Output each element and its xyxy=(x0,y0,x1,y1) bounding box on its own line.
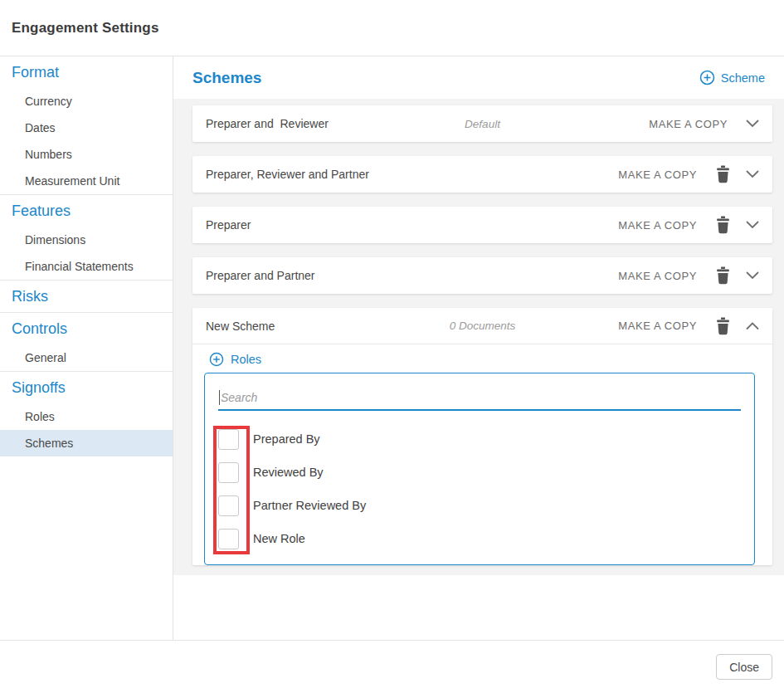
roles-search-input[interactable] xyxy=(218,385,741,409)
role-label: Reviewed By xyxy=(253,466,324,479)
sidebar-item-currency[interactable]: Currency xyxy=(0,88,173,115)
plus-circle-icon xyxy=(699,70,715,85)
chevron-down-icon[interactable] xyxy=(746,120,759,128)
dialog-title: Engagement Settings xyxy=(12,20,159,37)
sidebar-section-signoffs[interactable]: Signoffs xyxy=(0,372,173,403)
roles-dropdown-panel: Prepared By Reviewed By Partner Reviewed… xyxy=(204,373,755,565)
plus-circle-icon xyxy=(209,352,224,367)
role-label: New Role xyxy=(253,532,305,545)
sidebar-section-features[interactable]: Features xyxy=(0,195,173,227)
chevron-down-icon[interactable] xyxy=(746,170,759,178)
delete-icon[interactable] xyxy=(715,216,731,234)
checkbox-reviewed-by[interactable] xyxy=(218,462,239,483)
scheme-name: Preparer xyxy=(206,218,251,232)
role-label: Partner Reviewed By xyxy=(253,499,366,512)
sidebar-item-schemes[interactable]: Schemes xyxy=(0,430,173,456)
checkbox-new-role[interactable] xyxy=(218,529,239,549)
dialog-header: Engagement Settings xyxy=(0,0,784,56)
make-a-copy-button[interactable]: MAKE A COPY xyxy=(618,270,697,282)
scheme-name: Preparer and Partner xyxy=(206,269,315,282)
role-option-partner-reviewed-by[interactable]: Partner Reviewed By xyxy=(205,489,754,522)
chevron-up-icon[interactable] xyxy=(746,322,759,330)
role-label: Prepared By xyxy=(253,432,320,446)
sidebar-section-format[interactable]: Format xyxy=(0,56,173,88)
make-a-copy-button[interactable]: MAKE A COPY xyxy=(618,320,697,332)
scheme-row-new-scheme[interactable]: New Scheme 0 Documents MAKE A COPY xyxy=(192,308,772,344)
add-roles-button[interactable]: Roles xyxy=(192,344,772,373)
scheme-name: Preparer, Reviewer and Partner xyxy=(206,168,369,181)
page-title: Schemes xyxy=(192,69,261,87)
make-a-copy-button[interactable]: MAKE A COPY xyxy=(618,219,697,232)
sidebar-item-roles[interactable]: Roles xyxy=(0,403,173,430)
make-a-copy-button[interactable]: MAKE A COPY xyxy=(649,118,728,130)
sidebar-item-financial-statements[interactable]: Financial Statements xyxy=(0,253,173,280)
chevron-down-icon[interactable] xyxy=(746,221,759,229)
settings-sidebar: Format Currency Dates Numbers Measuremen… xyxy=(0,56,173,640)
scheme-row-preparer-reviewer-partner[interactable]: Preparer, Reviewer and Partner MAKE A CO… xyxy=(192,156,772,193)
search-field-wrap xyxy=(218,385,741,411)
scheme-row-preparer[interactable]: Preparer MAKE A COPY xyxy=(192,207,772,243)
chevron-down-icon[interactable] xyxy=(746,271,759,280)
make-a-copy-button[interactable]: MAKE A COPY xyxy=(618,168,697,181)
documents-count-badge: 0 Documents xyxy=(450,320,516,332)
scheme-row-preparer-and-reviewer[interactable]: Preparer and Reviewer Default MAKE A COP… xyxy=(192,105,772,142)
add-scheme-button[interactable]: Scheme xyxy=(699,70,765,85)
dialog-footer: Close xyxy=(0,640,784,693)
role-option-prepared-by[interactable]: Prepared By xyxy=(205,422,754,456)
close-button[interactable]: Close xyxy=(716,654,772,680)
scheme-name: Preparer and Reviewer xyxy=(206,117,329,130)
engagement-settings-dialog: Engagement Settings Format Currency Date… xyxy=(0,0,784,693)
sidebar-section-risks[interactable]: Risks xyxy=(0,281,173,312)
checkbox-prepared-by[interactable] xyxy=(218,429,239,450)
default-badge: Default xyxy=(465,118,500,130)
sidebar-section-controls[interactable]: Controls xyxy=(0,313,173,344)
sidebar-item-general[interactable]: General xyxy=(0,344,173,371)
scheme-row-preparer-and-partner[interactable]: Preparer and Partner MAKE A COPY xyxy=(192,257,772,294)
delete-icon[interactable] xyxy=(715,266,731,285)
sidebar-item-numbers[interactable]: Numbers xyxy=(0,141,173,168)
sidebar-item-dates[interactable]: Dates xyxy=(0,115,173,141)
delete-icon[interactable] xyxy=(715,317,731,335)
text-cursor xyxy=(219,390,220,405)
scheme-name: New Scheme xyxy=(206,320,275,333)
role-option-reviewed-by[interactable]: Reviewed By xyxy=(205,456,754,489)
role-option-new-role[interactable]: New Role xyxy=(205,522,754,555)
add-roles-label: Roles xyxy=(231,353,261,366)
add-scheme-label: Scheme xyxy=(721,71,765,85)
checkbox-partner-reviewed-by[interactable] xyxy=(218,495,239,516)
schemes-pane: Schemes Scheme Preparer and Reviewer Def… xyxy=(173,56,784,640)
schemes-list: Preparer and Reviewer Default MAKE A COP… xyxy=(173,99,784,575)
sidebar-item-dimensions[interactable]: Dimensions xyxy=(0,227,173,253)
delete-icon[interactable] xyxy=(715,165,731,183)
roles-list: Prepared By Reviewed By Partner Reviewed… xyxy=(205,411,754,555)
sidebar-item-measurement-unit[interactable]: Measurement Unit xyxy=(0,168,173,194)
scheme-card-new-scheme: New Scheme 0 Documents MAKE A COPY xyxy=(192,308,772,565)
